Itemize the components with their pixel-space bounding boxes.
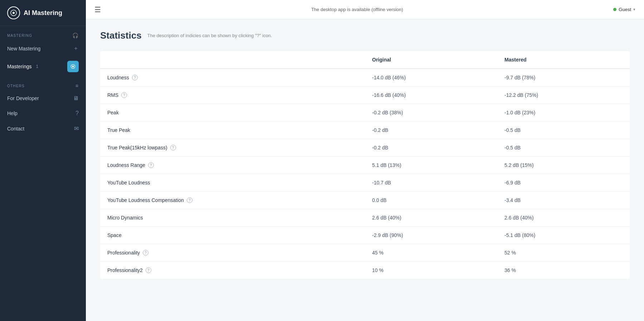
user-status-dot — [613, 8, 616, 11]
table-row: Professionality?45 %52 % — [100, 244, 630, 262]
metric-cell: Professionality2? — [100, 262, 365, 279]
mastered-value: -3.4 dB — [497, 192, 630, 209]
metric-label: Loudness — [107, 75, 129, 80]
app-logo-icon — [7, 6, 20, 19]
svg-point-1 — [13, 12, 15, 14]
metric-cell: Loudness? — [100, 69, 365, 87]
mastered-value: -12.2 dB (75%) — [497, 87, 630, 104]
user-menu[interactable]: Guest ▾ — [613, 7, 635, 12]
page-content: Statistics The description of indicies c… — [86, 19, 644, 321]
menu-icon[interactable]: ☰ — [94, 5, 101, 14]
mastered-value: 5.2 dB (15%) — [497, 157, 630, 174]
metric-label: Professionality2 — [107, 267, 143, 273]
mastered-value: -6.9 dB — [497, 174, 630, 192]
metric-label: Micro Dynamics — [107, 215, 143, 221]
add-icon: ＋ — [73, 45, 79, 52]
table-row: Peak-0.2 dB (38%)-1.0 dB (23%) — [100, 104, 630, 122]
main-area: ☰ The desktop app is available (offline … — [86, 0, 644, 321]
sidebar-item-contact[interactable]: Contact ✉ — [0, 121, 86, 136]
original-value: -14.0 dB (46%) — [365, 69, 497, 87]
page-title: Statistics — [100, 30, 142, 41]
app-title: AI Mastering — [24, 9, 62, 17]
metric-label: YouTube Loudness Compensation — [107, 197, 184, 203]
sidebar: AI Mastering MASTERING 🎧 New Mastering ＋… — [0, 0, 86, 321]
table-row: YouTube Loudness Compensation?0.0 dB-3.4… — [100, 192, 630, 209]
metric-cell: RMS? — [100, 87, 365, 104]
mastered-value: -0.5 dB — [497, 139, 630, 157]
original-value: -10.7 dB — [365, 174, 497, 192]
table-row: Space-2.9 dB (90%)-5.1 dB (80%) — [100, 227, 630, 244]
help-icon[interactable]: ? — [121, 92, 127, 98]
chevron-down-icon: ▾ — [633, 7, 635, 12]
headphone-icon: 🎧 — [72, 33, 79, 38]
original-value: -0.2 dB — [365, 139, 497, 157]
header-mastered: Mastered — [497, 51, 630, 69]
table-row: True Peak-0.2 dB-0.5 dB — [100, 122, 630, 139]
mastered-value: 52 % — [497, 244, 630, 262]
original-value: 2.6 dB (40%) — [365, 209, 497, 227]
original-value: -2.9 dB (90%) — [365, 227, 497, 244]
table-header-row: Original Mastered — [100, 51, 630, 69]
table-row: YouTube Loudness-10.7 dB-6.9 dB — [100, 174, 630, 192]
statistics-table: Original Mastered Loudness?-14.0 dB (46%… — [100, 51, 630, 279]
mail-icon: ✉ — [74, 125, 79, 132]
help-icon[interactable]: ? — [143, 250, 148, 256]
masterings-label: Masterings — [7, 64, 31, 69]
original-value: -0.2 dB (38%) — [365, 104, 497, 122]
topbar: ☰ The desktop app is available (offline … — [86, 0, 644, 19]
mastered-value: -0.5 dB — [497, 122, 630, 139]
mastered-value: -5.1 dB (80%) — [497, 227, 630, 244]
metric-cell: Peak — [100, 104, 365, 122]
table-row: Micro Dynamics2.6 dB (40%)2.6 dB (40%) — [100, 209, 630, 227]
original-value: 5.1 dB (13%) — [365, 157, 497, 174]
sidebar-item-masterings[interactable]: Masterings 1 — [0, 56, 86, 76]
question-icon: ? — [75, 110, 79, 117]
table-row: RMS?-16.6 dB (40%)-12.2 dB (75%) — [100, 87, 630, 104]
sidebar-item-new-mastering[interactable]: New Mastering ＋ — [0, 40, 86, 56]
help-label: Help — [7, 110, 18, 116]
masterings-count: 1 — [36, 64, 38, 69]
metric-cell: Loudness Range? — [100, 157, 365, 174]
mastered-value: 36 % — [497, 262, 630, 279]
sidebar-logo: AI Mastering — [0, 0, 86, 26]
sidebar-item-help[interactable]: Help ? — [0, 106, 86, 121]
stats-table-body: Loudness?-14.0 dB (46%)-9.7 dB (78%)RMS?… — [100, 69, 630, 279]
metric-label: Space — [107, 232, 122, 238]
metric-cell: Micro Dynamics — [100, 209, 365, 227]
help-icon[interactable]: ? — [146, 267, 151, 273]
metric-label: Professionality — [107, 250, 140, 256]
help-icon[interactable]: ? — [148, 162, 154, 168]
metric-cell: YouTube Loudness — [100, 174, 365, 192]
masterings-active-icon — [67, 61, 79, 72]
help-icon[interactable]: ? — [187, 197, 192, 203]
metric-label: Peak — [107, 110, 119, 115]
sidebar-item-for-developer[interactable]: For Developer 🖥 — [0, 91, 86, 106]
page-subtitle: The description of indicies can be shown… — [147, 33, 272, 38]
metric-label: RMS — [107, 92, 118, 98]
original-value: 45 % — [365, 244, 497, 262]
header-original: Original — [365, 51, 497, 69]
help-icon[interactable]: ? — [170, 145, 176, 150]
original-value: -0.2 dB — [365, 122, 497, 139]
metric-label: True Peak — [107, 127, 130, 133]
original-value: -16.6 dB (40%) — [365, 87, 497, 104]
mastered-value: -1.0 dB (23%) — [497, 104, 630, 122]
help-icon[interactable]: ? — [132, 75, 138, 80]
mastering-section-label: MASTERING 🎧 — [0, 26, 86, 40]
page-header: Statistics The description of indicies c… — [100, 30, 630, 41]
topbar-notice: The desktop app is available (offline ve… — [311, 7, 403, 12]
original-value: 0.0 dB — [365, 192, 497, 209]
user-label: Guest — [619, 7, 631, 12]
svg-point-3 — [72, 66, 74, 68]
table-row: True Peak(15kHz lowpass)?-0.2 dB-0.5 dB — [100, 139, 630, 157]
mastered-value: -9.7 dB (78%) — [497, 69, 630, 87]
for-developer-label: For Developer — [7, 95, 39, 101]
contact-label: Contact — [7, 126, 24, 132]
original-value: 10 % — [365, 262, 497, 279]
metric-cell: True Peak(15kHz lowpass)? — [100, 139, 365, 157]
metric-label: YouTube Loudness — [107, 180, 150, 186]
table-row: Loudness?-14.0 dB (46%)-9.7 dB (78%) — [100, 69, 630, 87]
metric-cell: Space — [100, 227, 365, 244]
metric-cell: True Peak — [100, 122, 365, 139]
metric-label: True Peak(15kHz lowpass) — [107, 145, 167, 150]
